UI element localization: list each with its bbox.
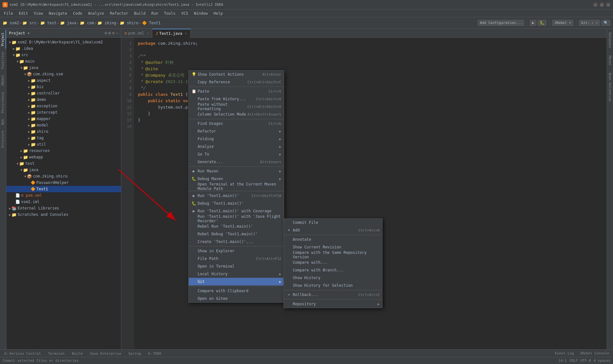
right-tab-bean-validation[interactable]: Bean Validation <box>607 70 613 104</box>
git-show-history-selection[interactable]: Show History for Selection <box>284 282 382 289</box>
breadcrumb-test[interactable]: 📁 test <box>40 21 57 25</box>
ctx-run-text1[interactable]: ▶ Run 'Text1.main()' Ctrl+Shift+F10 <box>189 192 284 200</box>
left-tab-project[interactable]: Project <box>0 30 6 49</box>
tree-item-util[interactable]: ▶ 📁 util <box>6 141 121 148</box>
breadcrumb-shiro[interactable]: 📁 shiro <box>120 21 138 25</box>
tree-item-src[interactable]: ▼ 📁 src <box>6 52 121 58</box>
tree-item-com-zking-ssm[interactable]: ▼ 📦 com.zking.ssm <box>6 71 121 77</box>
tree-item-test[interactable]: ▼ 📁 test <box>6 160 121 167</box>
tree-item-pom[interactable]: ▶ 📄 m pom.xml <box>6 192 121 199</box>
git-rollback[interactable]: ↩ Rollback... Ctrl+Alt+Z <box>284 291 382 299</box>
tree-item-model[interactable]: ▶ 📁 model <box>6 122 121 128</box>
tab-spring[interactable]: Spring <box>125 350 144 356</box>
ctx-file-path[interactable]: File Path Ctrl+Alt+F12 <box>189 255 284 262</box>
git-compare-same-repo[interactable]: Compare with the Same Repository Version <box>284 251 382 259</box>
ctx-local-history[interactable]: Local History ▶ <box>189 270 284 278</box>
settings-icon[interactable]: ≡ <box>112 31 115 35</box>
ctx-find-usages[interactable]: Find Usages Ctrl+G <box>189 120 284 127</box>
ctx-debug-text1[interactable]: 🐛 Debug 'Text1.main()' <box>189 200 284 207</box>
run-config-button[interactable]: Add Configuration... <box>478 20 524 26</box>
tab-pom-xml[interactable]: m pom.xml × <box>121 29 152 38</box>
jrebel-dropdown[interactable]: JRebel ▾ <box>552 20 573 26</box>
tab-close-text1[interactable]: × <box>185 31 187 35</box>
tab-terminal[interactable]: Terminal <box>45 350 68 356</box>
left-tab-favorites[interactable]: Favorites <box>0 49 6 72</box>
breadcrumb-zking[interactable]: 📁 zking <box>97 21 116 25</box>
close-button[interactable]: × <box>606 3 610 7</box>
ctx-debug-maven[interactable]: 🐛 Debug Maven ▶ <box>189 175 284 183</box>
ctx-run-maven[interactable]: ▶ Run Maven ▶ <box>189 167 284 175</box>
tree-item-tag[interactable]: ▶ 📁 tag <box>6 135 121 141</box>
ctx-analyze[interactable]: Analyze ▶ <box>189 143 284 150</box>
ctx-show-context-actions[interactable]: 💡 Show Context Actions Alt+Enter <box>189 71 284 78</box>
menu-vcs[interactable]: VCS <box>179 11 191 16</box>
menu-code[interactable]: Code <box>71 11 85 16</box>
ctx-paste-from-history[interactable]: Paste from History... Ctrl+Shift+V <box>189 95 284 103</box>
menu-file[interactable]: File <box>1 11 16 16</box>
tab-todo[interactable]: 6: TODO <box>145 350 165 356</box>
tree-item-aspect[interactable]: ▶ 📁 aspect <box>6 77 121 84</box>
menu-build[interactable]: Build <box>132 11 148 16</box>
left-tab-web[interactable]: Web <box>0 117 6 127</box>
menu-run[interactable]: Run <box>149 11 161 16</box>
tree-item-passwordhelper[interactable]: ▶ 🔶 PasswordHelper <box>6 179 121 186</box>
tree-item-biz[interactable]: ▶ 📁 biz <box>6 84 121 90</box>
event-log[interactable]: Event Log <box>552 351 577 355</box>
ctx-paste-without-formatting[interactable]: Paste without Formatting Ctrl+Alt+Shift+… <box>189 103 284 110</box>
menu-tools[interactable]: Tools <box>162 11 178 16</box>
tree-item-idea[interactable]: ▶ 📁 .idea <box>6 45 121 52</box>
git-compare-with-branch[interactable]: Compare with Branch... <box>284 266 382 274</box>
tree-item-iml[interactable]: ▶ 📄 ssm2.iml <box>6 199 121 205</box>
gear-icon[interactable]: ⚙ <box>105 31 107 35</box>
ctx-open-terminal-maven[interactable]: Open Terminal at the Current Maven Modul… <box>189 183 284 190</box>
ctx-run-flight[interactable]: Run 'Text1.main()' with 'Java Flight Rec… <box>189 215 284 223</box>
layout-icon[interactable]: ⊞ <box>109 31 111 35</box>
ctx-git[interactable]: Git ▶ <box>189 278 284 285</box>
tab-close-pom[interactable]: × <box>147 31 149 35</box>
run-button[interactable]: ▶ <box>530 20 536 26</box>
tree-item-text1[interactable]: ▶ 🔶 Text1 <box>6 186 121 192</box>
breadcrumb-com[interactable]: 📁 com <box>80 21 94 25</box>
git-show-history[interactable]: Show History <box>284 274 382 282</box>
ctx-open-on-gitee[interactable]: Open on Gitee <box>189 295 284 302</box>
menu-edit[interactable]: Edit <box>16 11 31 16</box>
tree-item-exception[interactable]: ▶ 📁 exception <box>6 103 121 109</box>
menu-help[interactable]: Help <box>211 11 225 16</box>
tree-item-com-zking-shiro[interactable]: ▼ 📦 com.zking.shiro <box>6 173 121 179</box>
maximize-button[interactable]: □ <box>600 3 604 7</box>
ctx-generate[interactable]: Generate... Alt+Insert <box>189 158 284 166</box>
minimize-button[interactable]: − <box>593 3 598 7</box>
tab-build[interactable]: Build <box>69 350 86 356</box>
git-annotate[interactable]: Annotate <box>284 236 382 243</box>
tab-version-control[interactable]: 6: Version Control <box>1 350 44 356</box>
left-tab-persistence[interactable]: Persistence <box>0 89 6 116</box>
menu-navigate[interactable]: Navigate <box>46 11 70 16</box>
tree-item-main[interactable]: ▼ 📁 main <box>6 58 121 64</box>
ctx-rebel-run[interactable]: Rebel Run 'Text1.main()' <box>189 223 284 230</box>
breadcrumb-java[interactable]: 📁 java <box>60 21 76 25</box>
tree-item-webapp[interactable]: ▶ 📁 webapp <box>6 154 121 160</box>
left-tab-structure[interactable]: Structure <box>0 128 6 150</box>
window-controls[interactable]: − □ × <box>593 3 610 7</box>
ctx-refactor[interactable]: Refactor ▶ <box>189 127 284 135</box>
menu-analyze[interactable]: Analyze <box>85 11 107 16</box>
ctx-show-in-explorer[interactable]: Show in Explorer <box>189 247 284 255</box>
ctx-rebel-debug[interactable]: Rebel Debug 'Text1.main()' <box>189 230 284 238</box>
tree-item-demo[interactable]: ▶ 📁 demo <box>6 96 121 103</box>
ctx-run-coverage[interactable]: ▶ Run 'Text1.main()' with Coverage <box>189 207 284 215</box>
right-tab-maven[interactable]: Maven <box>607 53 613 68</box>
ctx-open-in-terminal[interactable]: Open in Terminal <box>189 262 284 270</box>
git-repository[interactable]: Repository ▶ <box>284 300 382 308</box>
tab-java-enterprise[interactable]: Java Enterprise <box>87 350 125 356</box>
breadcrumb-ssm2[interactable]: 📁 ssm2 <box>3 21 19 25</box>
jrebel-console[interactable]: JRebel Console <box>577 351 612 355</box>
menu-refactor[interactable]: Refactor <box>107 11 131 16</box>
ctx-go-to[interactable]: Go To ▶ <box>189 150 284 158</box>
tree-item-external-libs[interactable]: ▶ 📚 External Libraries <box>6 205 121 211</box>
tab-text1-java[interactable]: J Text1.java × <box>152 29 190 38</box>
git-commit-file[interactable]: Commit File <box>284 219 382 226</box>
tree-item-mapper[interactable]: ▶ 📁 mapper <box>6 116 121 122</box>
minimize-icon[interactable]: − <box>116 31 118 35</box>
tree-item-shiro[interactable]: ▶ 📁 shiro <box>6 128 121 135</box>
git-add[interactable]: + Add Ctrl+Alt+A <box>284 226 382 234</box>
